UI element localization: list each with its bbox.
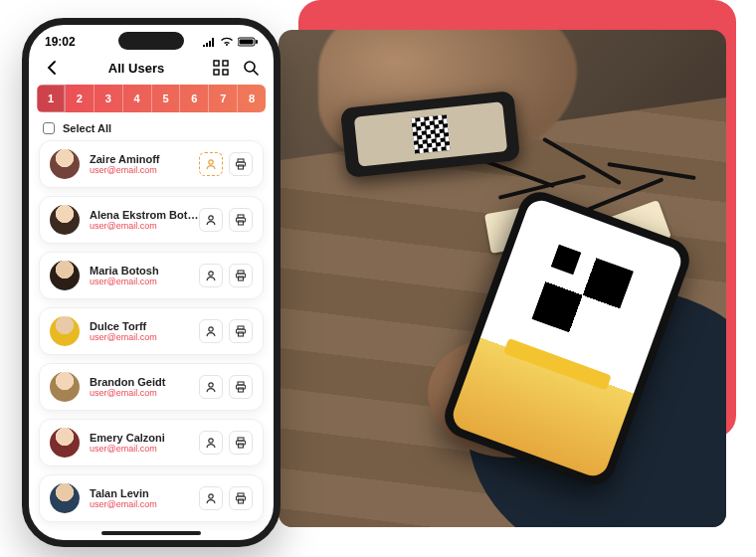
user-name: Dulce Torff xyxy=(90,320,199,332)
profile-action[interactable] xyxy=(199,208,223,232)
svg-rect-6 xyxy=(223,70,228,75)
user-row[interactable]: Emery Calzoni user@email.com xyxy=(39,419,264,466)
user-name: Alena Ekstrom Bothman xyxy=(90,209,199,221)
page-title: All Users xyxy=(108,61,164,76)
back-button[interactable] xyxy=(43,59,61,77)
avatar xyxy=(50,149,80,179)
clock: 19:02 xyxy=(45,35,76,49)
profile-action[interactable] xyxy=(199,319,223,343)
svg-point-12 xyxy=(209,216,213,220)
page-5[interactable]: 5 xyxy=(152,85,181,112)
device-notch xyxy=(118,32,184,50)
svg-point-20 xyxy=(209,327,213,331)
print-action[interactable] xyxy=(229,431,253,455)
print-action[interactable] xyxy=(229,319,253,343)
avatar xyxy=(50,261,80,290)
svg-point-16 xyxy=(209,272,213,276)
user-name: Zaire Aminoff xyxy=(90,153,199,165)
select-all-label: Select All xyxy=(63,122,111,134)
svg-rect-2 xyxy=(256,40,258,44)
print-action[interactable] xyxy=(229,375,253,399)
battery-icon xyxy=(238,37,258,47)
page-3[interactable]: 3 xyxy=(94,85,123,112)
svg-rect-1 xyxy=(240,40,254,45)
avatar xyxy=(50,483,80,513)
page-2[interactable]: 2 xyxy=(66,85,94,112)
svg-point-32 xyxy=(209,494,213,498)
phone-mockup: 19:02 All Users 1 2 xyxy=(22,18,281,547)
page-7[interactable]: 7 xyxy=(209,85,238,112)
avatar xyxy=(50,428,80,458)
hero-photo xyxy=(279,30,726,527)
user-row[interactable]: Talan Levin user@email.com xyxy=(39,474,264,522)
signal-icon xyxy=(202,37,216,47)
user-name: Maria Botosh xyxy=(90,265,199,277)
search-button[interactable] xyxy=(242,59,260,77)
page-8[interactable]: 8 xyxy=(238,85,266,112)
svg-rect-3 xyxy=(214,61,219,66)
user-email: user@email.com xyxy=(90,221,199,231)
profile-action[interactable] xyxy=(199,375,223,399)
qr-code-icon xyxy=(521,234,644,356)
avatar xyxy=(50,205,80,235)
print-action[interactable] xyxy=(229,486,253,510)
profile-action[interactable] xyxy=(199,264,223,287)
user-email: user@email.com xyxy=(90,444,199,454)
user-name: Emery Calzoni xyxy=(90,432,199,444)
user-row[interactable]: Dulce Torff user@email.com xyxy=(39,307,264,355)
print-action[interactable] xyxy=(229,152,253,176)
select-all-checkbox[interactable] xyxy=(43,122,55,134)
user-email: user@email.com xyxy=(90,499,199,509)
pagination: 1 2 3 4 5 6 7 8 xyxy=(37,85,266,112)
user-list: Zaire Aminoff user@email.com Alena Ekstr… xyxy=(29,140,274,522)
svg-rect-4 xyxy=(223,61,228,66)
user-email: user@email.com xyxy=(90,277,199,286)
avatar xyxy=(50,316,80,346)
qr-scan-button[interactable] xyxy=(212,59,230,77)
profile-action[interactable] xyxy=(199,431,223,455)
svg-point-8 xyxy=(209,160,213,164)
svg-point-24 xyxy=(209,383,213,387)
svg-rect-5 xyxy=(214,70,219,75)
user-email: user@email.com xyxy=(90,332,199,342)
print-action[interactable] xyxy=(229,264,253,287)
user-name: Brandon Geidt xyxy=(90,376,199,388)
user-name: Talan Levin xyxy=(90,487,199,499)
qr-preview-icon xyxy=(411,114,451,154)
user-email: user@email.com xyxy=(90,388,199,398)
print-action[interactable] xyxy=(229,208,253,232)
avatar xyxy=(50,372,80,402)
svg-point-28 xyxy=(209,439,213,443)
wifi-icon xyxy=(220,37,234,47)
profile-action[interactable] xyxy=(199,486,223,510)
page-4[interactable]: 4 xyxy=(123,85,152,112)
home-indicator xyxy=(101,531,201,535)
user-row[interactable]: Maria Botosh user@email.com xyxy=(39,252,264,299)
user-row[interactable]: Zaire Aminoff user@email.com xyxy=(39,140,264,188)
page-6[interactable]: 6 xyxy=(180,85,209,112)
user-row[interactable]: Brandon Geidt user@email.com xyxy=(39,363,264,411)
profile-action[interactable] xyxy=(199,152,223,176)
user-row[interactable]: Alena Ekstrom Bothman user@email.com xyxy=(39,196,264,244)
page-1[interactable]: 1 xyxy=(37,85,66,112)
user-email: user@email.com xyxy=(90,165,199,175)
